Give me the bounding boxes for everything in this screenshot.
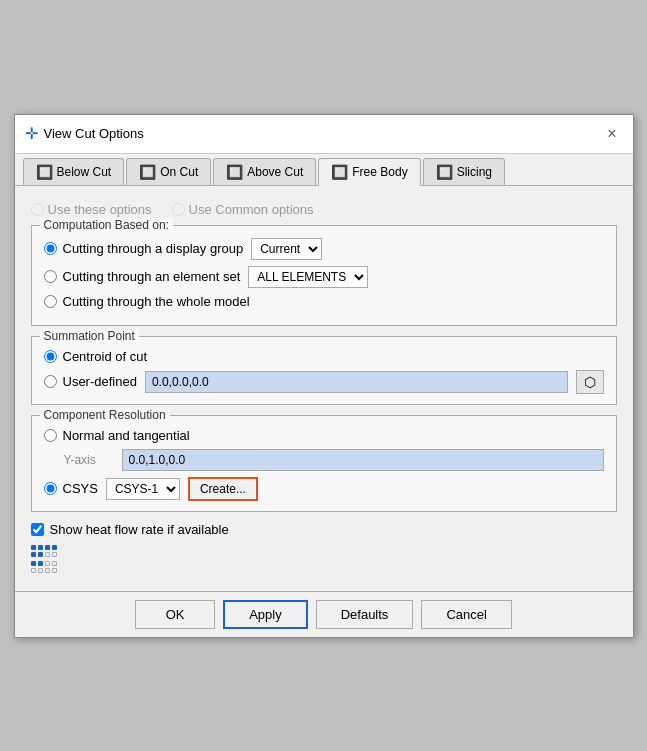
display-group-radio[interactable]	[44, 242, 57, 255]
free-body-icon: 🔲	[331, 164, 348, 180]
use-common-radio[interactable]	[172, 203, 185, 216]
dot-12	[52, 561, 57, 566]
dot-10	[38, 561, 43, 566]
create-button[interactable]: Create...	[188, 477, 258, 501]
below-cut-icon: 🔲	[36, 164, 53, 180]
whole-model-row: Cutting through the whole model	[44, 294, 604, 309]
dialog: ✛ View Cut Options × 🔲 Below Cut 🔲 On Cu…	[14, 114, 634, 638]
tab-below-cut-label: Below Cut	[57, 165, 112, 179]
tab-on-cut-label: On Cut	[160, 165, 198, 179]
centroid-radio[interactable]	[44, 350, 57, 363]
dot-5	[31, 552, 36, 557]
resolution-title: Component Resolution	[40, 408, 170, 422]
dot-13	[31, 568, 36, 573]
dot-1	[31, 545, 36, 550]
dot-11	[45, 561, 50, 566]
summation-group: Summation Point Centroid of cut User-def…	[31, 336, 617, 405]
csys-select[interactable]: CSYS-1	[106, 478, 180, 500]
summation-title: Summation Point	[40, 329, 139, 343]
user-defined-row: User-defined ⬡	[44, 370, 604, 394]
normal-tangential-radio[interactable]	[44, 429, 57, 442]
slicing-icon: 🔲	[436, 164, 453, 180]
close-button[interactable]: ×	[601, 123, 622, 145]
ok-button[interactable]: OK	[135, 600, 215, 629]
heat-flow-row: Show heat flow rate if available	[31, 522, 617, 537]
icon-row-1	[31, 545, 617, 557]
dot-14	[38, 568, 43, 573]
dot-15	[45, 568, 50, 573]
element-set-radio[interactable]	[44, 270, 57, 283]
user-defined-label[interactable]: User-defined	[44, 374, 137, 389]
pick-button[interactable]: ⬡	[576, 370, 604, 394]
dialog-icon: ✛	[25, 124, 38, 143]
use-these-label[interactable]: Use these options	[31, 202, 152, 217]
whole-model-radio[interactable]	[44, 295, 57, 308]
whole-model-label[interactable]: Cutting through the whole model	[44, 294, 250, 309]
icon-grid	[31, 545, 617, 573]
display-group-row: Cutting through a display group Current	[44, 238, 604, 260]
tab-below-cut[interactable]: 🔲 Below Cut	[23, 158, 125, 185]
tab-above-cut-label: Above Cut	[247, 165, 303, 179]
centroid-label[interactable]: Centroid of cut	[44, 349, 148, 364]
dot-6	[38, 552, 43, 557]
computation-title: Computation Based on:	[40, 218, 173, 232]
heat-flow-checkbox[interactable]	[31, 523, 44, 536]
defaults-button[interactable]: Defaults	[316, 600, 414, 629]
use-these-radio[interactable]	[31, 203, 44, 216]
dot-16	[52, 568, 57, 573]
tab-slicing[interactable]: 🔲 Slicing	[423, 158, 505, 185]
y-axis-row: Y-axis	[44, 449, 604, 471]
title-bar-left: ✛ View Cut Options	[25, 124, 144, 143]
user-defined-radio[interactable]	[44, 375, 57, 388]
dot-3	[45, 545, 50, 550]
csys-row: CSYS CSYS-1 Create...	[44, 477, 604, 501]
display-group-label[interactable]: Cutting through a display group	[44, 241, 244, 256]
normal-tangential-label[interactable]: Normal and tangential	[44, 428, 190, 443]
icon-row-2	[31, 561, 617, 573]
dot-8	[52, 552, 57, 557]
tab-above-cut[interactable]: 🔲 Above Cut	[213, 158, 316, 185]
tab-free-body-label: Free Body	[352, 165, 407, 179]
use-common-label[interactable]: Use Common options	[172, 202, 314, 217]
dialog-title: View Cut Options	[44, 126, 144, 141]
csys-label[interactable]: CSYS	[44, 481, 98, 496]
dialog-content: Use these options Use Common options Com…	[15, 186, 633, 591]
title-bar: ✛ View Cut Options ×	[15, 115, 633, 154]
tab-slicing-label: Slicing	[457, 165, 492, 179]
footer: OK Apply Defaults Cancel	[15, 591, 633, 637]
dot-9	[31, 561, 36, 566]
display-group-select[interactable]: Current	[251, 238, 322, 260]
tab-on-cut[interactable]: 🔲 On Cut	[126, 158, 211, 185]
computation-group: Computation Based on: Cutting through a …	[31, 225, 617, 326]
above-cut-icon: 🔲	[226, 164, 243, 180]
dot-7	[45, 552, 50, 557]
csys-radio[interactable]	[44, 482, 57, 495]
user-defined-input[interactable]	[145, 371, 568, 393]
apply-button[interactable]: Apply	[223, 600, 308, 629]
element-set-label[interactable]: Cutting through an element set	[44, 269, 241, 284]
resolution-group: Component Resolution Normal and tangenti…	[31, 415, 617, 512]
centroid-row: Centroid of cut	[44, 349, 604, 364]
y-axis-input[interactable]	[122, 449, 604, 471]
on-cut-icon: 🔲	[139, 164, 156, 180]
dot-2	[38, 545, 43, 550]
y-axis-label: Y-axis	[64, 453, 114, 467]
element-set-select[interactable]: ALL ELEMENTS	[248, 266, 368, 288]
tab-free-body[interactable]: 🔲 Free Body	[318, 158, 420, 186]
tab-bar: 🔲 Below Cut 🔲 On Cut 🔲 Above Cut 🔲 Free …	[15, 154, 633, 186]
dot-4	[52, 545, 57, 550]
element-set-row: Cutting through an element set ALL ELEME…	[44, 266, 604, 288]
cancel-button[interactable]: Cancel	[421, 600, 511, 629]
heat-flow-label: Show heat flow rate if available	[50, 522, 229, 537]
normal-tangential-row: Normal and tangential	[44, 428, 604, 443]
